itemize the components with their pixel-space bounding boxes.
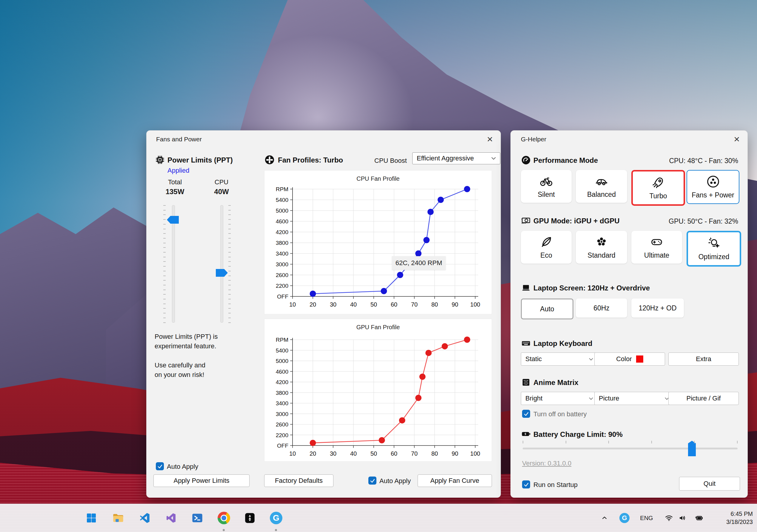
gpu-temp-fan-status: GPU: 50°C - Fan: 32% [669, 217, 738, 225]
cpu-chip-icon [155, 154, 166, 165]
svg-text:3400: 3400 [276, 250, 288, 257]
perf-mode-turbo-button-selected[interactable]: Turbo [631, 170, 685, 206]
cpu-boost-dropdown[interactable]: Efficient Aggressive [412, 153, 500, 164]
svg-text:RPM: RPM [276, 186, 288, 192]
ppt-note-line1: Power Limits (PPT) is [155, 333, 218, 341]
factory-defaults-button[interactable]: Factory Defaults [264, 474, 333, 487]
cpu-fan-curve-plot[interactable]: RPM540050004600420038003400300026002200O… [264, 171, 492, 314]
tray-g-helper-icon[interactable]: G [618, 511, 631, 525]
svg-text:5400: 5400 [276, 348, 288, 354]
svg-text:80: 80 [431, 301, 438, 308]
gauge-icon [521, 155, 531, 165]
battery-icon [521, 429, 531, 439]
svg-text:30: 30 [330, 450, 336, 457]
screen-60hz-button[interactable]: 60Hz [576, 298, 627, 318]
matrix-content-dropdown[interactable]: Picture [594, 392, 673, 405]
battery-tray-icon[interactable] [691, 511, 706, 525]
screen-auto-button-selected[interactable]: Auto [521, 298, 573, 320]
cpu-slider-label: CPU [205, 178, 238, 186]
version-link[interactable]: Version: 0.31.0.0 [522, 460, 571, 467]
folder-icon [112, 512, 125, 524]
chrome-icon[interactable] [217, 511, 231, 525]
svg-text:3000: 3000 [276, 261, 288, 267]
svg-text:40: 40 [350, 301, 357, 308]
gpu-mode-standard-button[interactable]: Standard [576, 231, 627, 264]
visual-studio-icon[interactable] [164, 511, 178, 525]
cpu-fan-chart[interactable]: CPU Fan Profile RPM540050004600420038003… [264, 170, 492, 314]
perf-mode-fans-power-button[interactable]: Fans + Power [686, 170, 740, 204]
chevron-down-icon [589, 397, 593, 400]
keyboard-mode-dropdown[interactable]: Static [521, 352, 598, 366]
run-on-startup-checkbox[interactable] [522, 480, 530, 489]
svg-text:3400: 3400 [276, 400, 288, 406]
power-limits-applied-status: Applied [167, 167, 189, 175]
chrome-logo-icon [218, 512, 230, 524]
volume-icon[interactable] [676, 511, 689, 525]
file-explorer-icon[interactable] [111, 511, 125, 525]
svg-text:20: 20 [310, 450, 316, 457]
car-icon [594, 174, 608, 188]
g-helper-taskbar-icon[interactable]: G [269, 511, 283, 525]
gpu-fan-curve-plot[interactable]: RPM540050004600420038003400300026002200O… [264, 319, 492, 461]
turn-off-on-battery-checkbox[interactable] [522, 410, 530, 418]
matrix-content-value: Picture [599, 395, 619, 402]
laptop-screen-heading: Laptop Screen: 120Hz + Overdrive [533, 284, 650, 292]
gpu-mode-eco-button[interactable]: Eco [521, 231, 572, 264]
keyboard-color-button[interactable]: Color [594, 352, 665, 366]
close-icon[interactable]: × [734, 134, 740, 144]
wifi-icon[interactable] [662, 511, 676, 525]
laptop-icon [521, 283, 531, 293]
apply-power-limits-button[interactable]: Apply Power Limits [153, 474, 250, 487]
checkmark-icon [524, 411, 529, 417]
close-icon[interactable]: × [487, 134, 493, 144]
clock[interactable]: 6:45 PM 3/18/2023 [726, 510, 753, 526]
cpu-power-slider-thumb[interactable] [216, 269, 228, 277]
powershell-icon[interactable] [190, 511, 204, 525]
keyboard-extra-button[interactable]: Extra [668, 352, 739, 366]
total-slider-label: Total [159, 178, 191, 186]
screen-120hz-od-button[interactable]: 120Hz + OD [631, 298, 684, 318]
auto-apply-fan-label: Auto Apply [379, 477, 411, 485]
svg-text:20: 20 [310, 301, 316, 308]
start-button[interactable] [84, 511, 99, 525]
tray-language-switcher[interactable]: ENG [638, 511, 655, 525]
window-title: Fans and Power [156, 136, 202, 143]
svg-text:60: 60 [391, 450, 397, 457]
svg-text:70: 70 [411, 450, 418, 457]
g-helper-logo-icon: G [270, 512, 282, 524]
svg-text:2600: 2600 [276, 421, 288, 428]
quit-button[interactable]: Quit [679, 477, 740, 490]
g-helper-running-indicator [275, 529, 277, 531]
matrix-picture-gif-button[interactable]: Picture / Gif [668, 392, 739, 405]
battery-limit-slider-track[interactable] [523, 448, 738, 449]
tray-chevron-up-icon[interactable] [598, 511, 611, 525]
perf-mode-silent-button[interactable]: Silent [521, 170, 572, 203]
matrix-brightness-dropdown[interactable]: Bright [521, 392, 598, 405]
apply-fan-curve-button[interactable]: Apply Fan Curve [418, 474, 492, 487]
checkmark-icon [370, 478, 375, 483]
window-title: G-Helper [521, 136, 546, 143]
auto-apply-power-checkbox[interactable] [156, 462, 164, 470]
matrix-brightness-value: Bright [525, 395, 542, 402]
checkmark-icon [157, 464, 163, 469]
perf-mode-balanced-button[interactable]: Balanced [576, 170, 627, 203]
keyboard-color-label: Color [616, 355, 632, 363]
auto-apply-fan-checkbox[interactable] [368, 477, 377, 485]
svg-text:5400: 5400 [276, 197, 288, 203]
total-power-slider-thumb[interactable] [167, 216, 179, 224]
cpu-power-slider-track[interactable] [220, 205, 223, 323]
screen-mode-label: 120Hz + OD [639, 304, 677, 312]
gpu-fan-chart[interactable]: GPU Fan Profile RPM540050004600420038003… [264, 319, 492, 462]
svg-text:10: 10 [289, 301, 296, 308]
gpu-mode-optimized-button-selected[interactable]: Optimized [686, 231, 741, 266]
battery-charge-limit-heading: Battery Charge Limit: 90% [533, 430, 623, 439]
gpu-mode-ultimate-button[interactable]: Ultimate [631, 231, 682, 264]
svg-text:90: 90 [452, 450, 458, 457]
svg-text:5000: 5000 [276, 358, 288, 364]
screen-mode-label: Auto [540, 305, 554, 313]
perf-mode-label: Fans + Power [692, 191, 734, 199]
armoury-crate-icon[interactable] [243, 511, 257, 525]
ppt-note-line4: on your own risk! [155, 371, 204, 379]
g-helper-window: G-Helper × Performance Mode CPU: 48°C - … [510, 130, 748, 498]
vscode-icon[interactable] [137, 511, 152, 525]
